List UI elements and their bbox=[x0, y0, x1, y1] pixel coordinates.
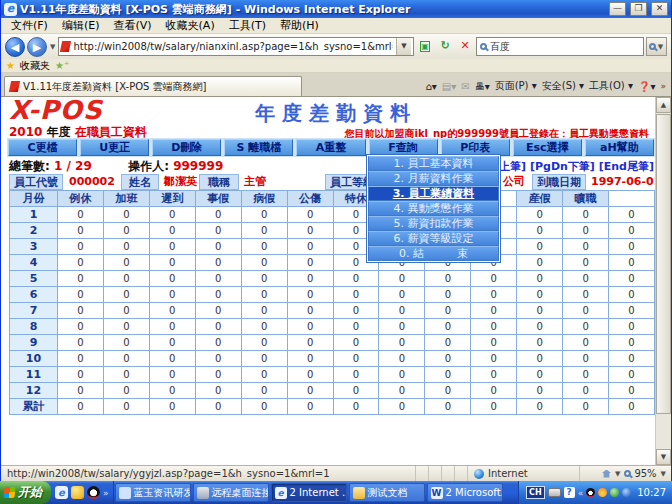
popup-item-1[interactable]: 2. 月薪資料作業 bbox=[368, 171, 499, 186]
cell-r2-c11: 0 bbox=[563, 239, 609, 255]
menubar-item-1[interactable]: 编辑(E) bbox=[55, 18, 107, 33]
subtitle: 在職員工資料 bbox=[75, 125, 147, 139]
quick-launch-ie-icon[interactable]: e bbox=[55, 486, 68, 499]
operator-value: 999999 bbox=[173, 159, 223, 173]
back-button[interactable]: ◀ bbox=[5, 37, 25, 57]
task-button-0[interactable]: 蓝玉资讯研发... bbox=[115, 483, 191, 502]
search-options-button[interactable]: ▼ bbox=[646, 37, 667, 56]
home-icon[interactable]: ⌂▾ bbox=[425, 81, 436, 92]
task-button-3[interactable]: 测试文档 bbox=[349, 483, 425, 502]
forward-button[interactable]: ▶ bbox=[27, 37, 47, 57]
scrollbar-thumb[interactable] bbox=[656, 114, 671, 414]
cell-r4-c10: 0 bbox=[517, 271, 563, 287]
blue-tray-icon[interactable] bbox=[622, 488, 631, 497]
overflow-chevron-icon[interactable]: » bbox=[660, 81, 666, 91]
menubar-item-0[interactable]: 文件(F) bbox=[4, 18, 55, 33]
close-button[interactable]: ✕ bbox=[651, 2, 668, 16]
cell-r1-c2: 0 bbox=[149, 223, 195, 239]
page-scrollbar[interactable]: ▲ ▼ bbox=[655, 97, 671, 465]
address-dropdown-icon[interactable]: ▼ bbox=[396, 38, 411, 55]
scroll-down-icon[interactable]: ▼ bbox=[656, 449, 671, 465]
safety-menu-button[interactable]: 安全(S) ▾ bbox=[542, 79, 584, 93]
qq-tray-icon[interactable] bbox=[586, 488, 595, 497]
quick-launch-chevron-icon[interactable]: » bbox=[103, 488, 109, 498]
start-button[interactable]: 开始 bbox=[0, 481, 51, 504]
action-button-2[interactable]: D刪除 bbox=[152, 139, 221, 156]
action-button-3[interactable]: S 離職檔 bbox=[224, 139, 293, 156]
cell-r9-c9: 0 bbox=[471, 351, 517, 367]
task-label-4: 2 Microsoft... bbox=[446, 487, 503, 498]
action-button-6[interactable]: P印表 bbox=[441, 139, 510, 156]
action-button-1[interactable]: U更正 bbox=[80, 139, 149, 156]
popup-item-4[interactable]: 5. 薪資扣款作業 bbox=[368, 216, 499, 231]
quick-launch-qq-icon[interactable] bbox=[87, 486, 100, 499]
cell-r2-c10: 0 bbox=[517, 239, 563, 255]
refresh-button[interactable]: ↻ bbox=[436, 37, 454, 56]
go-button[interactable]: ▣ bbox=[416, 37, 434, 56]
action-button-7[interactable]: Esc選擇 bbox=[513, 139, 582, 156]
green-tray-icon[interactable] bbox=[610, 488, 619, 497]
cell-r7-c4: 0 bbox=[241, 319, 287, 335]
popup-item-3[interactable]: 4. 異動獎懲作業 bbox=[368, 201, 499, 216]
action-button-5[interactable]: F查詢 bbox=[369, 139, 438, 156]
browser-window: e V1.11年度差勤資料 [X-POS 雲端商務網] - Windows In… bbox=[0, 0, 672, 481]
favorites-button[interactable]: 收藏夹 bbox=[20, 59, 50, 73]
menubar-item-3[interactable]: 收藏夹(A) bbox=[159, 18, 222, 33]
menubar-item-4[interactable]: 工具(T) bbox=[222, 18, 273, 33]
cell-r12-c10: 0 bbox=[517, 399, 563, 415]
popup-item-5[interactable]: 6. 薪資等級設定 bbox=[368, 231, 499, 246]
stop-button[interactable]: ✕ bbox=[456, 37, 474, 56]
tab-active[interactable]: V1.11年度差勤資料 [X-POS 雲端商務網] bbox=[4, 76, 302, 96]
address-url[interactable]: http://win2008/tw/salary/nianxinl.asp?pa… bbox=[73, 41, 393, 52]
restore-button[interactable]: ❐ bbox=[630, 2, 647, 16]
add-favorite-icon[interactable]: ★⁺ bbox=[55, 60, 69, 71]
tools-menu-button[interactable]: 工具(O) ▾ bbox=[589, 79, 633, 93]
cell-r4-c8: 0 bbox=[425, 271, 471, 287]
col-header-11: 曠職 bbox=[563, 191, 609, 207]
cell-r12-c5: 0 bbox=[287, 399, 333, 415]
page-menu-button[interactable]: 页面(P) ▾ bbox=[495, 79, 537, 93]
cell-r2-c0: 0 bbox=[58, 239, 104, 255]
print-icon[interactable]: 🖶▾ bbox=[475, 81, 490, 92]
zoom-panel[interactable]: ▼ 95% ▼ bbox=[579, 466, 671, 481]
address-bar[interactable]: http://win2008/tw/salary/nianxinl.asp?pa… bbox=[58, 37, 414, 56]
cell-r10-c9: 0 bbox=[471, 367, 517, 383]
emp-name-label: 姓名 bbox=[121, 174, 159, 190]
task-button-2[interactable]: e2 Internet ...▼ bbox=[271, 483, 347, 502]
action-button-4[interactable]: A重整 bbox=[296, 139, 365, 156]
help-icon[interactable]: ❓▾ bbox=[638, 81, 656, 92]
task-button-4[interactable]: W2 Microsoft...▼ bbox=[427, 483, 503, 502]
help-tray-icon[interactable]: ? bbox=[564, 487, 575, 498]
scroll-up-icon[interactable]: ▲ bbox=[656, 97, 671, 113]
cell-r6-c7: 0 bbox=[379, 303, 425, 319]
minimize-button[interactable]: — bbox=[609, 2, 626, 16]
feeds-icon[interactable]: ▤▾ bbox=[442, 81, 456, 92]
popup-item-0[interactable]: 1. 員工基本資料 bbox=[368, 156, 499, 171]
search-box[interactable]: 百度 bbox=[476, 37, 644, 56]
protected-mode-icon bbox=[602, 470, 611, 478]
table-row: 40000000000000 bbox=[10, 255, 655, 271]
total-value: 1 / 29 bbox=[54, 159, 92, 173]
cell-r1-c0: 0 bbox=[58, 223, 104, 239]
action-button-0[interactable]: C更檔 bbox=[8, 139, 77, 156]
quick-launch-app-icon[interactable] bbox=[71, 486, 84, 499]
cell-r9-c7: 0 bbox=[379, 351, 425, 367]
search-input[interactable]: 百度 bbox=[490, 40, 640, 54]
zoom-dropdown-icon[interactable]: ▼ bbox=[660, 470, 667, 478]
cell-r0-c4: 0 bbox=[241, 207, 287, 223]
printer-tray-icon[interactable] bbox=[548, 488, 561, 497]
cell-r11-c2: 0 bbox=[149, 383, 195, 399]
task-button-1[interactable]: 远程桌面连接 bbox=[193, 483, 269, 502]
action-button-8[interactable]: aH幫助 bbox=[585, 139, 654, 156]
cell-r8-c11: 0 bbox=[563, 335, 609, 351]
cell-r11-c0: 0 bbox=[58, 383, 104, 399]
popup-item-6[interactable]: 0. 結 束 bbox=[368, 246, 499, 261]
flame-tray-icon[interactable] bbox=[598, 488, 607, 497]
popup-item-2[interactable]: 3. 員工業績資料 bbox=[368, 186, 499, 201]
menubar-item-5[interactable]: 帮助(H) bbox=[273, 18, 326, 33]
menubar-item-2[interactable]: 查看(V) bbox=[106, 18, 158, 33]
read-mail-icon[interactable]: ✉ bbox=[461, 81, 469, 92]
language-indicator[interactable]: CH bbox=[526, 486, 545, 499]
tray-collapse-icon[interactable]: « bbox=[578, 488, 584, 498]
history-dropdown-icon[interactable]: ▼ bbox=[49, 43, 56, 51]
